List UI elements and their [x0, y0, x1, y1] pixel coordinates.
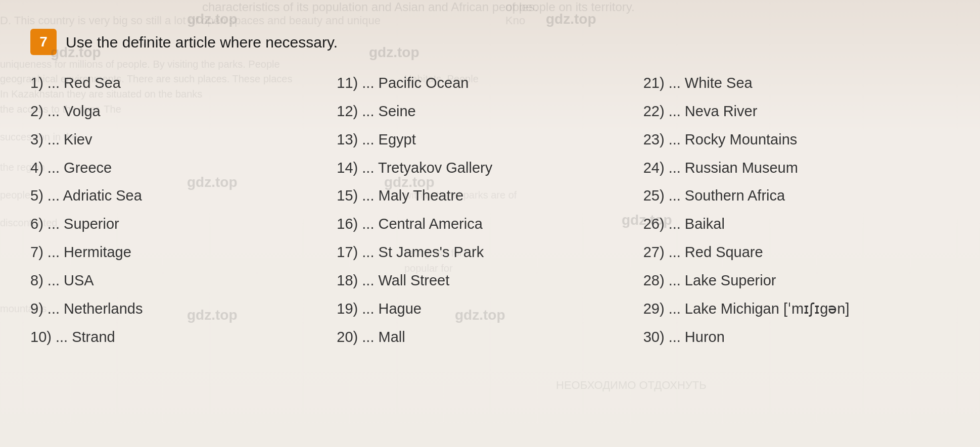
- list-item: 28) ... Lake Superior: [643, 267, 950, 295]
- list-item: 25) ... Southern Africa: [643, 182, 950, 210]
- list-item: 8) ... USA: [30, 267, 337, 295]
- column-3: 21) ... White Sea 22) ... Neva River 23)…: [643, 69, 950, 351]
- list-item: 30) ... Huron: [643, 323, 950, 352]
- list-item: 29) ... Lake Michigan [ˈmɪʃɪgən]: [643, 295, 950, 323]
- list-item: 16) ... Central America: [337, 210, 643, 238]
- exercise-header: 7 Use the definite article where necessa…: [30, 28, 950, 55]
- list-item: 13) ... Egypt: [337, 126, 643, 154]
- list-item: 17) ... St James's Park: [337, 238, 643, 267]
- list-item: 12) ... Seine: [337, 97, 643, 126]
- list-item: 1) ... Red Sea: [30, 69, 337, 97]
- list-item: 11) ... Pacific Ocean: [337, 69, 643, 97]
- items-grid: 1) ... Red Sea 2) ... Volga 3) ... Kiev …: [30, 69, 950, 351]
- list-item: 9) ... Netherlands: [30, 295, 337, 323]
- list-item: 3) ... Kiev: [30, 126, 337, 154]
- list-item: 4) ... Greece: [30, 154, 337, 182]
- list-item: 7) ... Hermitage: [30, 238, 337, 267]
- list-item: 2) ... Volga: [30, 97, 337, 126]
- list-item: 26) ... Baikal: [643, 210, 950, 238]
- list-item: 21) ... White Sea: [643, 69, 950, 97]
- exercise-instruction: Use the definite article where necessary…: [66, 28, 338, 53]
- list-item: 20) ... Mall: [337, 323, 643, 352]
- list-item: 22) ... Neva River: [643, 97, 950, 126]
- list-item: 27) ... Red Square: [643, 238, 950, 267]
- exercise-number: 7: [30, 29, 57, 55]
- list-item: 23) ... Rocky Mountains: [643, 126, 950, 154]
- list-item: 10) ... Strand: [30, 323, 337, 352]
- content-area: 7 Use the definite article where necessa…: [0, 0, 980, 371]
- list-item: 24) ... Russian Museum: [643, 154, 950, 182]
- list-item: 14) ... Tretyakov Gallery: [337, 154, 643, 182]
- list-item: 15) ... Maly Theatre: [337, 182, 643, 210]
- list-item: 5) ... Adriatic Sea: [30, 182, 337, 210]
- list-item: 19) ... Hague: [337, 295, 643, 323]
- column-1: 1) ... Red Sea 2) ... Volga 3) ... Kiev …: [30, 69, 337, 351]
- list-item: 18) ... Wall Street: [337, 267, 643, 295]
- list-item: 6) ... Superior: [30, 210, 337, 238]
- column-2: 11) ... Pacific Ocean 12) ... Seine 13) …: [337, 69, 643, 351]
